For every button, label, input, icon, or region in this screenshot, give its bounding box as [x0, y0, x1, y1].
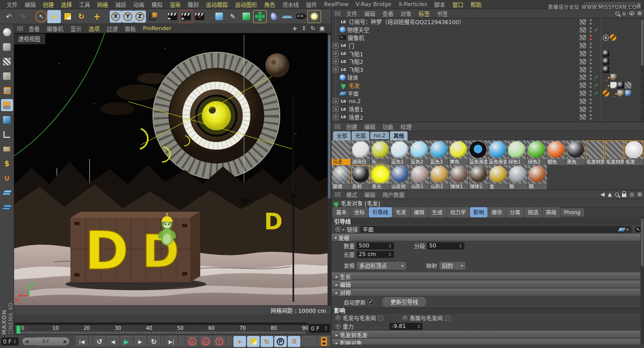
current-frame-field[interactable]: 0 F↕ — [309, 324, 330, 333]
attribute-tab[interactable]: 编辑 — [411, 207, 428, 217]
viewport-menu-item[interactable]: 摄像机 — [43, 25, 67, 33]
material-swatch[interactable]: 蓝色3 — [429, 140, 448, 165]
search-icon[interactable] — [615, 193, 619, 197]
menu-item[interactable]: 雕刻 — [184, 1, 202, 9]
attribute-tab[interactable]: 基本 — [333, 207, 350, 217]
spline-pen-button[interactable]: ✎ — [226, 10, 239, 23]
attribute-tab[interactable]: 毛发 — [392, 207, 410, 217]
camera-button[interactable] — [294, 10, 307, 23]
toolbar-button[interactable] — [29, 10, 35, 23]
collapsed-section[interactable]: ▸ 影响对象 — [332, 339, 644, 344]
redo-button[interactable]: ↷ — [16, 10, 29, 23]
visibility-dots[interactable] — [588, 35, 593, 40]
enable-check[interactable] — [594, 74, 601, 80]
menu-item[interactable]: 流水线 — [279, 1, 302, 9]
object-manager-menu-item[interactable]: 对象 — [397, 10, 415, 18]
solo-mode-button[interactable]: $ — [1, 157, 13, 169]
attribute-tab[interactable]: 影响 — [470, 207, 488, 217]
surface-hair-checkbox[interactable]: ✓ — [445, 315, 450, 321]
layer-chip[interactable] — [580, 107, 586, 112]
light-button[interactable] — [307, 10, 321, 23]
eye-icon[interactable] — [629, 12, 634, 15]
live-selection-button[interactable]: ↖ — [35, 11, 47, 23]
play-button[interactable]: ▶ — [120, 336, 133, 347]
material-swatch[interactable]: 蓝色渐变 — [468, 140, 488, 165]
layer-chip[interactable] — [580, 74, 586, 80]
visibility-dots[interactable] — [588, 114, 593, 120]
material-swatch[interactable]: 头 — [371, 140, 390, 165]
toolbar-button[interactable] — [104, 10, 110, 23]
object-row[interactable]: 场景2 — [332, 114, 644, 122]
object-row[interactable]: 场景1 — [332, 106, 644, 114]
transport-button[interactable] — [89, 336, 92, 347]
start-frame-field[interactable]: 0 F↕ — [1, 337, 19, 345]
tag-target-icon[interactable] — [603, 35, 609, 41]
viewport-menu-item[interactable]: 过滤 — [103, 25, 121, 33]
material-swatch[interactable]: 毛发材质 — [586, 140, 605, 165]
layer-chip[interactable] — [580, 19, 586, 25]
material-swatch[interactable]: 山形2 — [430, 165, 449, 190]
grip-icon[interactable] — [335, 11, 341, 16]
material-swatch[interactable]: 绿色1 — [507, 140, 526, 165]
back-icon[interactable]: ◀ — [600, 191, 604, 198]
count-field[interactable]: 500↕ — [357, 242, 394, 249]
menu-item[interactable]: 脚本 — [431, 1, 449, 9]
add-icon[interactable]: ⊞ — [637, 191, 642, 198]
workplane-button[interactable] — [1, 187, 13, 199]
material-swatch[interactable]: 球体2 — [469, 165, 488, 190]
menu-item[interactable]: 捕捉 — [112, 1, 130, 9]
expand-icon[interactable] — [333, 58, 339, 64]
grip-icon[interactable] — [17, 26, 23, 31]
length-field[interactable]: 25 cm↕ — [357, 251, 394, 258]
material-swatch[interactable]: 橙色 — [546, 140, 566, 165]
key-scale-button[interactable] — [247, 336, 260, 347]
tag-mat-icon[interactable] — [603, 50, 609, 57]
rotate-view-icon[interactable]: ↻ — [309, 25, 317, 33]
visibility-dots[interactable] — [588, 59, 593, 64]
object-manager-menu-item[interactable]: 书签 — [433, 10, 451, 18]
menu-item[interactable]: 渲染 — [166, 1, 184, 9]
generators-button[interactable] — [239, 10, 253, 23]
layer-chip[interactable] — [580, 43, 586, 48]
material-menu-item[interactable]: 功能 — [379, 123, 397, 131]
keyframe-selection-button[interactable]: ? — [213, 336, 225, 347]
material-layer-tab[interactable]: 无层 — [352, 131, 369, 140]
attribute-tab[interactable]: 高级 — [542, 207, 560, 217]
viewport-menu-item[interactable]: ProRender — [139, 25, 175, 32]
viewport-menu-item[interactable]: 显示 — [67, 25, 85, 33]
toolbar-button[interactable] — [206, 10, 212, 23]
enable-snap-button[interactable]: ∪ — [1, 172, 13, 184]
layout-select[interactable]: ▾ — [583, 1, 642, 8]
visibility-dots[interactable] — [588, 43, 593, 48]
material-swatch[interactable]: 蓝色2 — [410, 140, 429, 165]
fields-button[interactable] — [267, 10, 280, 23]
stepper-icon[interactable]: ↕ — [12, 339, 17, 344]
expand-icon[interactable] — [333, 114, 339, 120]
enable-check[interactable] — [594, 82, 601, 89]
attribute-tab[interactable]: 坐标 — [351, 207, 368, 217]
menu-item[interactable]: 窗口 — [449, 1, 467, 9]
visibility-dots[interactable] — [588, 27, 593, 33]
material-swatch[interactable]: 蓝色1 — [390, 140, 409, 165]
coord-system-button[interactable] — [146, 10, 159, 23]
render-view-button[interactable] — [166, 10, 179, 23]
layer-chip[interactable] — [580, 35, 586, 40]
layer-chip[interactable] — [580, 51, 586, 56]
material-menu-item[interactable]: 创建 — [343, 123, 361, 131]
attribute-tab[interactable]: Phong — [560, 208, 584, 217]
layer-chip[interactable] — [580, 99, 586, 104]
autokey-button[interactable]: ◎ — [199, 336, 212, 347]
visibility-dots[interactable] — [588, 107, 593, 112]
visibility-dots[interactable] — [588, 82, 593, 88]
tag-mat-icon[interactable] — [625, 90, 631, 97]
attribute-tab[interactable]: 生成 — [429, 207, 446, 217]
stepper-icon[interactable]: ↕ — [323, 326, 328, 331]
tag-mat-icon[interactable] — [610, 74, 617, 80]
enable-axis-button[interactable] — [1, 128, 13, 140]
material-menu-item[interactable]: 纹理 — [397, 123, 415, 131]
visibility-dots[interactable] — [588, 67, 593, 72]
floor-button[interactable] — [280, 10, 294, 23]
menu-item[interactable]: 选择 — [57, 1, 75, 9]
material-swatch[interactable]: 山形1 — [410, 165, 429, 190]
slider-left-arrow[interactable]: ◀ — [25, 339, 28, 344]
